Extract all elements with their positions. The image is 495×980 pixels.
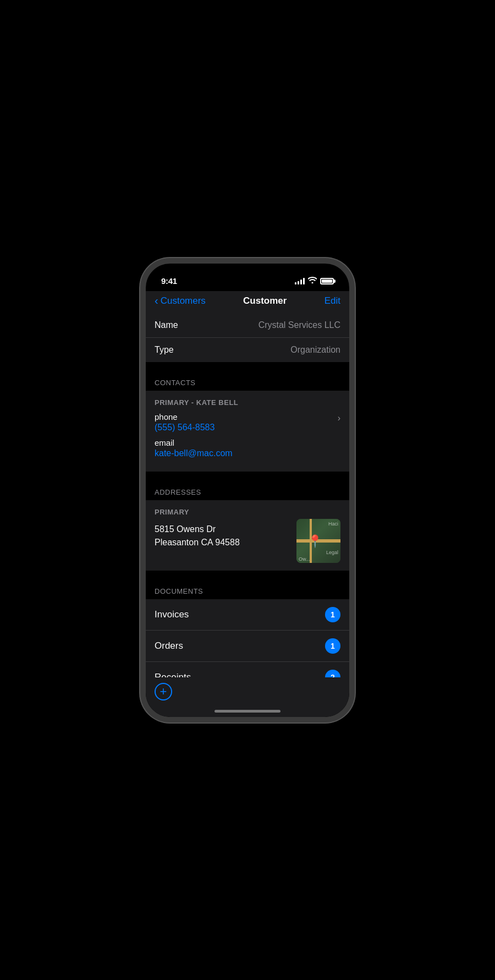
orders-row[interactable]: Orders 1 — [146, 631, 349, 662]
battery-icon — [320, 278, 334, 284]
phone-label: phone — [155, 412, 215, 421]
contact-phone-row[interactable]: phone (555) 564-8583 › — [155, 412, 340, 438]
edit-button[interactable]: Edit — [324, 295, 340, 306]
invoices-row[interactable]: Invoices 1 — [146, 599, 349, 631]
chevron-right-icon: › — [338, 413, 340, 423]
name-label: Name — [155, 320, 178, 330]
add-button[interactable]: + — [155, 683, 172, 700]
page-title: Customer — [243, 295, 287, 306]
contact-email-block: email kate-bell@mac.com — [155, 438, 340, 458]
map-label-haci: Haci — [328, 521, 338, 527]
status-icons — [295, 277, 334, 285]
contacts-section-header: CONTACTS — [146, 373, 349, 391]
phone-value[interactable]: (555) 564-8583 — [155, 423, 215, 432]
address-primary-label: PRIMARY — [155, 508, 290, 516]
type-label: Type — [155, 345, 174, 355]
addresses-header-label: ADDRESSES — [155, 488, 201, 496]
type-row: Type Organization — [146, 338, 349, 362]
back-button[interactable]: ‹ Customers — [155, 295, 206, 306]
addresses-section-header: ADDRESSES — [146, 483, 349, 500]
email-label: email — [155, 438, 340, 447]
map-label-legal: Legal — [326, 550, 338, 555]
plus-icon: + — [160, 686, 167, 698]
invoices-label: Invoices — [155, 609, 189, 620]
contacts-header-label: CONTACTS — [155, 379, 196, 387]
documents-section-header: DOCUMENTS — [146, 582, 349, 599]
customer-info-card: Name Crystal Services LLC Type Organizat… — [146, 313, 349, 362]
address-text: 5815 Owens Dr Pleasanton CA 94588 — [155, 523, 290, 549]
contact-phone-block: phone (555) 564-8583 — [155, 412, 215, 438]
invoices-badge: 1 — [325, 607, 340, 622]
content-area: Name Crystal Services LLC Type Organizat… — [146, 313, 349, 709]
status-time: 9:41 — [161, 276, 177, 286]
type-value: Organization — [290, 345, 340, 355]
orders-label: Orders — [155, 640, 183, 651]
documents-header-label: DOCUMENTS — [155, 587, 203, 595]
email-value[interactable]: kate-bell@mac.com — [155, 448, 340, 458]
signal-icon — [295, 278, 305, 284]
back-label: Customers — [161, 295, 206, 306]
address-content: PRIMARY 5815 Owens Dr Pleasanton CA 9458… — [155, 508, 290, 549]
orders-badge: 1 — [325, 638, 340, 654]
name-value: Crystal Services LLC — [258, 320, 340, 330]
name-row: Name Crystal Services LLC — [146, 313, 349, 338]
map-thumbnail[interactable]: 📍 Haci Legal Ow... — [296, 519, 340, 563]
address-card[interactable]: PRIMARY 5815 Owens Dr Pleasanton CA 9458… — [146, 500, 349, 571]
navigation-bar: ‹ Customers Customer Edit — [146, 291, 349, 313]
address-line1: 5815 Owens Dr — [155, 524, 216, 534]
home-indicator — [215, 710, 280, 713]
contact-card[interactable]: PRIMARY - KATE BELL phone (555) 564-8583… — [146, 391, 349, 472]
map-label-ow: Ow... — [299, 556, 310, 562]
map-pin-icon: 📍 — [307, 534, 322, 549]
address-line2: Pleasanton CA 94588 — [155, 538, 240, 547]
contact-primary-label: PRIMARY - KATE BELL — [155, 398, 340, 407]
wifi-icon — [308, 277, 317, 285]
chevron-left-icon: ‹ — [155, 295, 158, 306]
